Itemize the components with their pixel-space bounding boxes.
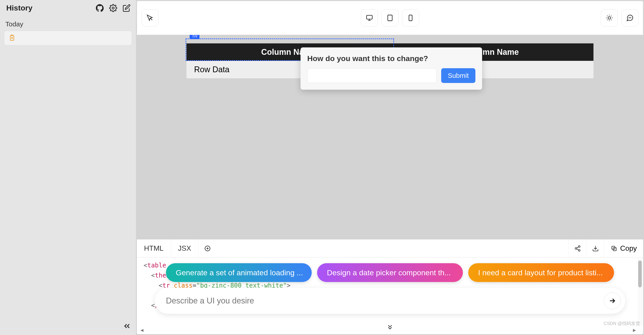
svg-rect-3 <box>388 15 392 21</box>
submit-button[interactable]: Submit <box>441 68 476 83</box>
tab-jsx[interactable]: JSX <box>171 240 198 257</box>
watermark: CSDN @找码发货 <box>604 320 640 326</box>
edit-icon[interactable] <box>122 4 130 12</box>
selection-tag-label: TH <box>190 35 200 39</box>
suggestion-pill-1[interactable]: Generate a set of animated loading ... <box>166 263 312 282</box>
suggestion-pills: Generate a set of animated loading ... D… <box>166 263 614 282</box>
add-tab-button[interactable] <box>198 240 216 257</box>
sidebar-actions <box>96 4 130 12</box>
prompt-input[interactable] <box>166 296 604 306</box>
suggestion-pill-2[interactable]: Design a date picker component th... <box>317 263 463 282</box>
prompt-submit-button[interactable] <box>604 292 621 309</box>
svg-point-11 <box>575 248 577 249</box>
preview-toolbar <box>137 1 643 35</box>
collapse-sidebar-button[interactable] <box>122 322 132 332</box>
code-area[interactable]: <table c <thead> <tr class="bg-zinc-800 … <box>137 258 643 334</box>
chat-button[interactable] <box>622 10 638 26</box>
tablet-view-button[interactable] <box>382 10 398 26</box>
copy-label: Copy <box>620 244 637 252</box>
sidebar: History Today <box>0 0 136 335</box>
horizontal-scrollbar[interactable]: ◄► <box>140 328 637 333</box>
svg-rect-4 <box>409 15 412 21</box>
gear-icon[interactable] <box>109 4 117 12</box>
svg-point-5 <box>608 16 610 19</box>
svg-rect-2 <box>366 16 372 19</box>
svg-rect-1 <box>10 36 14 40</box>
bottom-panel: HTML JSX Copy <tab <box>137 239 643 334</box>
download-button[interactable] <box>586 240 604 257</box>
desktop-view-button[interactable] <box>361 10 378 26</box>
svg-point-8 <box>631 18 631 18</box>
copy-button[interactable]: Copy <box>604 240 643 257</box>
preview-area: Column Name Column Name Row Data TH How … <box>137 35 643 239</box>
main: Column Name Column Name Row Data TH How … <box>137 1 643 334</box>
share-button[interactable] <box>568 240 586 257</box>
vertical-scrollbar[interactable] <box>638 258 643 326</box>
change-popover: How do you want this to change? Submit <box>300 48 482 90</box>
sidebar-header: History <box>0 0 136 14</box>
theme-toggle-button[interactable] <box>601 10 618 26</box>
prompt-bar <box>155 288 625 314</box>
tab-html[interactable]: HTML <box>137 240 171 257</box>
svg-point-6 <box>629 18 629 18</box>
change-input[interactable] <box>307 68 437 83</box>
clipboard-icon <box>8 34 16 42</box>
svg-point-12 <box>578 250 580 251</box>
mobile-view-button[interactable] <box>402 10 419 26</box>
svg-point-0 <box>112 7 114 9</box>
svg-point-7 <box>630 18 630 18</box>
sidebar-title: History <box>6 4 32 12</box>
history-item[interactable] <box>4 31 132 45</box>
popover-title: How do you want this to change? <box>307 54 476 63</box>
tabs-row: HTML JSX Copy <box>137 240 643 258</box>
section-today-label: Today <box>0 14 136 31</box>
select-element-button[interactable] <box>142 10 158 26</box>
suggestion-pill-3[interactable]: I need a card layout for product listi..… <box>468 263 614 282</box>
svg-point-10 <box>578 246 580 247</box>
github-icon[interactable] <box>96 4 104 12</box>
